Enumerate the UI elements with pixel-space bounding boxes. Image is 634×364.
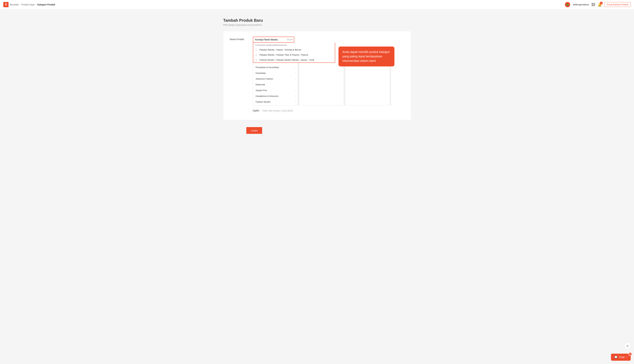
page-title: Tambah Produk Baru [223, 18, 411, 23]
notification-badge: 3 [600, 2, 603, 4]
page-subtitle: Pilih kategori yang tepat untuk produkmu… [223, 24, 411, 26]
nama-produk-field: 20/100 KATEGORI DIREKOMENDASIKAN 1. Paka… [253, 37, 404, 42]
header-right: 🎄 selleroperations 🔔 3 Pusat Edukasi Pen… [565, 2, 631, 7]
chevron-icon-3: › [295, 66, 296, 68]
suggestion-item-1[interactable]: 1. Pakaian Wanita › Atasan › Kemeja & Bl… [253, 47, 335, 52]
chevron-icon-6: › [295, 84, 296, 86]
shopee-logo: S [3, 2, 9, 7]
category-item-handphone[interactable]: Handphone & Aksesoris › [253, 93, 299, 99]
suggestion-item-3[interactable]: 3. Fashion Muslim › Pakaian Muslim Wanit… [253, 58, 335, 62]
char-count: 20/100 [287, 38, 293, 41]
suggestion-path-1: Pakaian Wanita › Atasan › Kemeja & Blous… [259, 48, 301, 51]
pusat-edukasi-button[interactable]: Pusat Edukasi Penjual [604, 2, 631, 7]
category-item-kesehatan[interactable]: Kesehatan › [253, 70, 299, 76]
main-content: Tambah Produk Baru Pilih kategori yang t… [210, 12, 424, 144]
breadcrumb-beranda[interactable]: Beranda [10, 3, 19, 6]
suggestions-header: KATEGORI DIREKOMENDASIKAN [253, 42, 335, 47]
breadcrumb-sep-1: › [20, 3, 21, 6]
suggestion-item-2[interactable]: 2. Pakaian Wanita › Pakaian Tidur & Piya… [253, 52, 335, 58]
nama-produk-label: Nama Produk: [230, 37, 250, 40]
category-item-sepatu-pria[interactable]: Sepatu Pria › [253, 88, 299, 93]
input-wrapper: 20/100 [253, 37, 294, 42]
suggestions-dropdown: KATEGORI DIREKOMENDASIKAN 1. Pakaian Wan… [253, 42, 335, 63]
form-section: Nama Produk: 20/100 KATEGORI DIREKOMENDA… [223, 32, 411, 120]
breadcrumb-produk-saya[interactable]: Produk Saya [21, 3, 35, 6]
dipilih-label: Dipilih : [253, 109, 260, 112]
chevron-icon-5: › [295, 78, 296, 80]
header-left: S Beranda › Produk Saya › Kategori Produ… [3, 2, 565, 7]
notification-button[interactable]: 🔔 3 [598, 3, 602, 6]
header: S Beranda › Produk Saya › Kategori Produ… [0, 0, 634, 9]
nama-produk-row: Nama Produk: 20/100 KATEGORI DIREKOMENDA… [230, 37, 404, 42]
grid-icon[interactable] [592, 3, 595, 6]
suggestion-path-2: Pakaian Wanita › Pakaian Tidur & Piyama … [259, 54, 308, 56]
category-item-perawatan[interactable]: Perawatan & Kecantikan › [253, 64, 299, 70]
category-tooltip: Anda dapat memilih produk kategori yang … [339, 46, 394, 66]
category-item-fashion-muslim[interactable]: Fashion Muslim › [253, 99, 299, 105]
suggestion-path-3: Fashion Muslim › Pakaian Muslim Wanita ›… [259, 59, 314, 61]
chevron-icon-8: › [295, 95, 296, 97]
suggestion-num-3: 3. [255, 59, 258, 61]
dipilih-value: Tidak ada kategori yang dipilih [262, 109, 293, 112]
chevron-icon-4: › [295, 72, 296, 74]
suggestion-num-2: 2. [255, 54, 258, 56]
breadcrumb-sep-2: › [36, 3, 36, 6]
breadcrumb: Beranda › Produk Saya › Kategori Produk [10, 3, 55, 6]
lanjut-button[interactable]: Lanjut [246, 127, 262, 134]
bottom-bar: Lanjut [223, 124, 411, 137]
chevron-icon-9: › [295, 101, 296, 103]
breadcrumb-current: Kategori Produk [37, 3, 55, 6]
category-item-elektronik[interactable]: Elektronik › [253, 82, 299, 88]
username: selleroperations [573, 3, 589, 6]
user-avatar: 🎄 [565, 2, 570, 7]
dipilih-row: Dipilih : Tidak ada kategori yang dipili… [253, 107, 404, 114]
category-item-koper[interactable]: Koper & Tas Travel › [253, 105, 299, 106]
chevron-icon-7: › [295, 89, 296, 92]
category-item-aksesoris[interactable]: Aksesoris Fashion › [253, 76, 299, 82]
suggestion-num-1: 1. [255, 48, 258, 51]
